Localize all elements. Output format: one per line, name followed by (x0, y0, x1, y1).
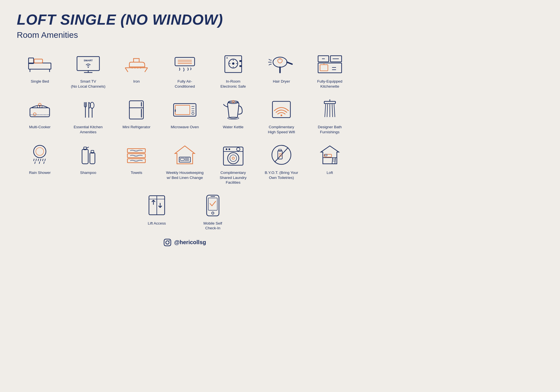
amenity-microwave: Microwave Oven (162, 94, 208, 137)
footer: @hericollsg (17, 239, 353, 246)
svg-rect-45 (30, 108, 50, 117)
electronic-safe-label: In-RoomElectronic Safe (220, 79, 246, 89)
amenity-single-bed: Single Bed (17, 48, 63, 91)
amenity-hair-dryer: Hair Dryer (258, 48, 305, 91)
svg-line-80 (334, 104, 335, 117)
iron-icon (121, 51, 152, 76)
svg-line-90 (39, 162, 40, 164)
wifi-icon (266, 97, 297, 122)
laundry-label: ComplimentaryShared LaundryFacilities (220, 170, 247, 185)
bath-furnishings-label: Designer BathFurnishings (318, 125, 342, 134)
water-kettle-label: Water Kettle (223, 125, 244, 130)
amenity-water-kettle: Water Kettle (210, 94, 256, 137)
svg-point-81 (34, 145, 46, 158)
laundry-icon (218, 142, 249, 167)
svg-line-84 (36, 159, 36, 161)
housekeeping-icon (169, 142, 200, 167)
svg-line-11 (125, 68, 128, 72)
multi-cooker-label: Multi-Cooker (29, 125, 51, 130)
rain-shower-icon (24, 142, 55, 167)
svg-point-13 (132, 68, 133, 69)
svg-line-88 (45, 159, 45, 161)
svg-point-7 (88, 67, 89, 68)
multi-cooker-icon (24, 97, 55, 122)
single-bed-label: Single Bed (31, 79, 49, 84)
amenity-air-conditioned: Fully Air-Conditioned (162, 48, 208, 91)
housekeeping-label: Weekly Housekeepingw/ Bed Linen Change (166, 170, 204, 180)
rain-shower-label: Rain Shower (29, 170, 51, 175)
svg-point-109 (237, 148, 240, 151)
svg-point-14 (135, 68, 136, 69)
svg-point-27 (232, 62, 234, 65)
svg-rect-0 (29, 63, 51, 69)
air-conditioned-label: Fully Air-Conditioned (175, 79, 195, 89)
svg-point-28 (227, 57, 228, 59)
shampoo-icon (73, 142, 104, 167)
hair-dryer-icon (266, 51, 297, 76)
mini-fridge-label: Mini Refrigerator (123, 125, 151, 130)
svg-rect-29 (239, 60, 242, 62)
amenity-multi-cooker: Multi-Cooker (17, 94, 63, 137)
amenity-iron: Iron (113, 48, 160, 91)
svg-rect-100 (179, 157, 190, 162)
amenity-self-checkin: Mobile SelfCheck-In (196, 190, 230, 233)
hair-dryer-label: Hair Dryer (273, 79, 290, 84)
svg-line-77 (327, 104, 328, 117)
svg-rect-63 (175, 105, 190, 115)
instagram-icon (164, 239, 171, 246)
svg-point-138 (169, 240, 170, 241)
svg-line-91 (44, 162, 44, 164)
svg-point-137 (166, 241, 169, 244)
svg-point-107 (226, 148, 227, 150)
svg-point-134 (212, 212, 214, 214)
svg-rect-97 (127, 149, 145, 153)
amenity-bath-furnishings: Designer BathFurnishings (307, 94, 353, 137)
svg-rect-133 (208, 198, 217, 210)
kitchen-amenities-icon (73, 97, 104, 122)
svg-point-110 (228, 153, 239, 164)
page-title: LOFT SINGLE (NO WINDOW) (17, 11, 353, 28)
svg-line-89 (35, 162, 35, 164)
microwave-label: Microwave Oven (171, 125, 199, 130)
byot-label: B.Y.O.T. (Bring YourOwn Toiletries) (265, 170, 298, 180)
last-row: Lift Access Mobile SelfCheck-In (17, 190, 353, 233)
byot-icon (266, 142, 297, 167)
amenity-lift-access: Lift Access (140, 190, 174, 233)
amenity-smart-tv: SMART Smart TV(No Local Channels) (65, 48, 111, 91)
svg-line-76 (325, 104, 326, 117)
amenity-electronic-safe: In-RoomElectronic Safe (210, 48, 256, 91)
loft-label: Loft (326, 170, 333, 175)
svg-text:SMART: SMART (84, 59, 93, 62)
svg-line-79 (332, 104, 333, 117)
svg-line-86 (40, 159, 41, 161)
svg-rect-2 (34, 59, 43, 63)
svg-point-108 (228, 148, 230, 150)
svg-line-94 (87, 147, 89, 148)
amenity-mini-fridge: Mini Refrigerator (113, 94, 160, 137)
svg-rect-136 (164, 239, 171, 246)
bath-furnishings-icon (314, 97, 345, 122)
svg-point-16 (140, 68, 141, 69)
amenity-kitchenette: Fully-EquippedKitchenette (307, 48, 353, 91)
amenity-wifi: ComplimentaryHigh Speed Wifi (258, 94, 305, 137)
kitchenette-label: Fully-EquippedKitchenette (317, 79, 342, 89)
loft-icon (314, 142, 345, 167)
svg-rect-92 (82, 149, 88, 164)
iron-label: Iron (133, 79, 140, 84)
amenity-byot: B.Y.O.T. (Bring YourOwn Toiletries) (258, 139, 305, 187)
air-conditioned-icon (169, 51, 200, 76)
svg-rect-99 (127, 159, 145, 163)
amenity-towels: Towels (113, 139, 160, 187)
water-kettle-icon (218, 97, 249, 122)
towels-icon (121, 142, 152, 167)
svg-rect-101 (180, 158, 184, 160)
svg-rect-95 (90, 153, 95, 164)
svg-rect-30 (239, 65, 242, 67)
amenity-laundry: ComplimentaryShared LaundryFacilities (210, 139, 256, 187)
svg-point-73 (281, 115, 282, 116)
svg-line-87 (43, 159, 43, 161)
footer-handle: @hericollsg (174, 239, 206, 246)
amenities-grid: Single Bed SMART Smart TV(No Local Chann… (17, 48, 353, 187)
svg-point-47 (33, 113, 36, 116)
section-title: Room Amenities (17, 30, 353, 40)
